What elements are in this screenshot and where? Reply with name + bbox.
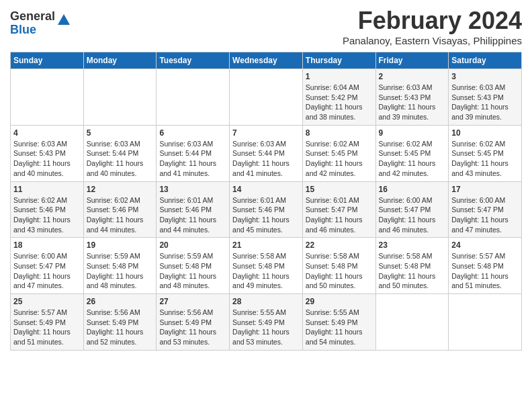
day-number: 5 xyxy=(87,128,154,138)
calendar-cell xyxy=(11,69,84,126)
calendar-cell: 17Sunrise: 6:00 AM Sunset: 5:47 PM Dayli… xyxy=(449,181,522,238)
day-number: 15 xyxy=(306,185,373,194)
day-number: 17 xyxy=(451,185,519,194)
calendar-cell: 6Sunrise: 6:03 AM Sunset: 5:44 PM Daylig… xyxy=(157,125,230,181)
day-header-friday: Friday xyxy=(375,52,449,69)
calendar-header-row: SundayMondayTuesdayWednesdayThursdayFrid… xyxy=(11,52,522,69)
day-info: Sunrise: 5:55 AM Sunset: 5:49 PM Dayligh… xyxy=(232,308,300,347)
day-info: Sunrise: 6:02 AM Sunset: 5:45 PM Dayligh… xyxy=(379,139,446,179)
day-info: Sunrise: 6:03 AM Sunset: 5:43 PM Dayligh… xyxy=(379,83,446,122)
day-info: Sunrise: 6:02 AM Sunset: 5:46 PM Dayligh… xyxy=(13,195,81,235)
day-number: 1 xyxy=(306,72,373,81)
day-number: 20 xyxy=(159,240,226,250)
day-info: Sunrise: 6:03 AM Sunset: 5:43 PM Dayligh… xyxy=(451,83,519,122)
calendar-cell: 18Sunrise: 6:00 AM Sunset: 5:47 PM Dayli… xyxy=(11,238,84,294)
day-info: Sunrise: 6:00 AM Sunset: 5:47 PM Dayligh… xyxy=(379,195,446,235)
calendar-cell xyxy=(449,294,522,351)
day-number: 18 xyxy=(13,240,81,250)
day-info: Sunrise: 5:57 AM Sunset: 5:49 PM Dayligh… xyxy=(13,308,81,347)
calendar-cell: 9Sunrise: 6:02 AM Sunset: 5:45 PM Daylig… xyxy=(375,125,449,181)
day-number: 29 xyxy=(306,297,373,306)
calendar-cell: 13Sunrise: 6:01 AM Sunset: 5:46 PM Dayli… xyxy=(157,181,230,238)
day-number: 13 xyxy=(159,185,226,194)
calendar-body: 1Sunrise: 6:04 AM Sunset: 5:42 PM Daylig… xyxy=(11,69,522,351)
calendar-cell: 23Sunrise: 5:58 AM Sunset: 5:48 PM Dayli… xyxy=(375,238,449,294)
calendar-cell: 20Sunrise: 5:59 AM Sunset: 5:48 PM Dayli… xyxy=(157,238,230,294)
day-header-wednesday: Wednesday xyxy=(230,52,303,69)
day-info: Sunrise: 6:02 AM Sunset: 5:45 PM Dayligh… xyxy=(451,139,519,179)
calendar-cell: 5Sunrise: 6:03 AM Sunset: 5:44 PM Daylig… xyxy=(83,125,157,181)
calendar-cell xyxy=(230,69,303,126)
day-number: 3 xyxy=(451,72,519,81)
day-number: 4 xyxy=(13,128,81,138)
day-info: Sunrise: 5:59 AM Sunset: 5:48 PM Dayligh… xyxy=(159,251,226,291)
day-info: Sunrise: 6:03 AM Sunset: 5:43 PM Dayligh… xyxy=(13,139,81,179)
calendar-cell: 19Sunrise: 5:59 AM Sunset: 5:48 PM Dayli… xyxy=(83,238,157,294)
day-number: 21 xyxy=(232,240,300,250)
day-info: Sunrise: 6:03 AM Sunset: 5:44 PM Dayligh… xyxy=(87,139,154,179)
calendar-cell: 7Sunrise: 6:03 AM Sunset: 5:44 PM Daylig… xyxy=(230,125,303,181)
day-number: 28 xyxy=(232,297,300,306)
calendar-cell: 12Sunrise: 6:02 AM Sunset: 5:46 PM Dayli… xyxy=(83,181,157,238)
day-number: 22 xyxy=(306,240,373,250)
day-header-monday: Monday xyxy=(83,52,157,69)
day-header-thursday: Thursday xyxy=(302,52,375,69)
calendar-cell: 21Sunrise: 5:58 AM Sunset: 5:48 PM Dayli… xyxy=(230,238,303,294)
day-info: Sunrise: 6:04 AM Sunset: 5:42 PM Dayligh… xyxy=(306,83,373,122)
day-info: Sunrise: 6:01 AM Sunset: 5:46 PM Dayligh… xyxy=(232,195,300,235)
day-number: 14 xyxy=(232,185,300,194)
calendar-cell xyxy=(375,294,449,351)
page-header: General Blue February 2024 Panalanoy, Ea… xyxy=(10,7,522,46)
day-number: 16 xyxy=(379,185,446,194)
day-info: Sunrise: 6:02 AM Sunset: 5:46 PM Dayligh… xyxy=(87,195,154,235)
day-info: Sunrise: 6:00 AM Sunset: 5:47 PM Dayligh… xyxy=(451,195,519,235)
day-number: 8 xyxy=(306,128,373,138)
calendar-cell: 4Sunrise: 6:03 AM Sunset: 5:43 PM Daylig… xyxy=(11,125,84,181)
calendar-cell: 28Sunrise: 5:55 AM Sunset: 5:49 PM Dayli… xyxy=(230,294,303,351)
calendar-table: SundayMondayTuesdayWednesdayThursdayFrid… xyxy=(10,52,522,351)
day-info: Sunrise: 5:58 AM Sunset: 5:48 PM Dayligh… xyxy=(232,251,300,291)
day-number: 27 xyxy=(159,297,226,306)
calendar-cell: 26Sunrise: 5:56 AM Sunset: 5:49 PM Dayli… xyxy=(83,294,157,351)
calendar-cell: 11Sunrise: 6:02 AM Sunset: 5:46 PM Dayli… xyxy=(11,181,84,238)
calendar-cell: 25Sunrise: 5:57 AM Sunset: 5:49 PM Dayli… xyxy=(11,294,84,351)
day-info: Sunrise: 5:55 AM Sunset: 5:49 PM Dayligh… xyxy=(306,308,373,347)
calendar-cell: 27Sunrise: 5:56 AM Sunset: 5:49 PM Dayli… xyxy=(157,294,230,351)
day-info: Sunrise: 6:03 AM Sunset: 5:44 PM Dayligh… xyxy=(232,139,300,179)
calendar-cell xyxy=(157,69,230,126)
day-number: 6 xyxy=(159,128,226,138)
day-info: Sunrise: 6:02 AM Sunset: 5:45 PM Dayligh… xyxy=(306,139,373,179)
day-number: 24 xyxy=(451,240,519,250)
day-info: Sunrise: 6:01 AM Sunset: 5:46 PM Dayligh… xyxy=(159,195,226,235)
day-info: Sunrise: 6:01 AM Sunset: 5:47 PM Dayligh… xyxy=(306,195,373,235)
day-info: Sunrise: 5:58 AM Sunset: 5:48 PM Dayligh… xyxy=(379,251,446,291)
day-number: 9 xyxy=(379,128,446,138)
day-number: 10 xyxy=(451,128,519,138)
day-number: 25 xyxy=(13,297,81,306)
day-number: 2 xyxy=(379,72,446,81)
day-number: 12 xyxy=(87,185,154,194)
day-header-saturday: Saturday xyxy=(449,52,522,69)
logo-general-text: General xyxy=(10,10,55,24)
day-info: Sunrise: 6:00 AM Sunset: 5:47 PM Dayligh… xyxy=(13,251,81,291)
day-info: Sunrise: 5:59 AM Sunset: 5:48 PM Dayligh… xyxy=(87,251,154,291)
title-block: February 2024 Panalanoy, Eastern Visayas… xyxy=(343,7,522,46)
calendar-cell: 10Sunrise: 6:02 AM Sunset: 5:45 PM Dayli… xyxy=(449,125,522,181)
calendar-week-5: 25Sunrise: 5:57 AM Sunset: 5:49 PM Dayli… xyxy=(11,294,522,351)
day-info: Sunrise: 5:57 AM Sunset: 5:48 PM Dayligh… xyxy=(451,251,519,291)
calendar-cell: 15Sunrise: 6:01 AM Sunset: 5:47 PM Dayli… xyxy=(302,181,375,238)
svg-marker-0 xyxy=(58,14,70,25)
calendar-cell: 2Sunrise: 6:03 AM Sunset: 5:43 PM Daylig… xyxy=(375,69,449,126)
calendar-cell: 8Sunrise: 6:02 AM Sunset: 5:45 PM Daylig… xyxy=(302,125,375,181)
calendar-week-1: 1Sunrise: 6:04 AM Sunset: 5:42 PM Daylig… xyxy=(11,69,522,126)
day-info: Sunrise: 5:56 AM Sunset: 5:49 PM Dayligh… xyxy=(159,308,226,347)
calendar-week-2: 4Sunrise: 6:03 AM Sunset: 5:43 PM Daylig… xyxy=(11,125,522,181)
calendar-week-3: 11Sunrise: 6:02 AM Sunset: 5:46 PM Dayli… xyxy=(11,181,522,238)
month-title: February 2024 xyxy=(343,7,522,35)
day-header-tuesday: Tuesday xyxy=(157,52,230,69)
calendar-cell: 16Sunrise: 6:00 AM Sunset: 5:47 PM Dayli… xyxy=(375,181,449,238)
day-number: 7 xyxy=(232,128,300,138)
day-number: 19 xyxy=(87,240,154,250)
location-subtitle: Panalanoy, Eastern Visayas, Philippines xyxy=(343,35,522,46)
day-header-sunday: Sunday xyxy=(11,52,84,69)
